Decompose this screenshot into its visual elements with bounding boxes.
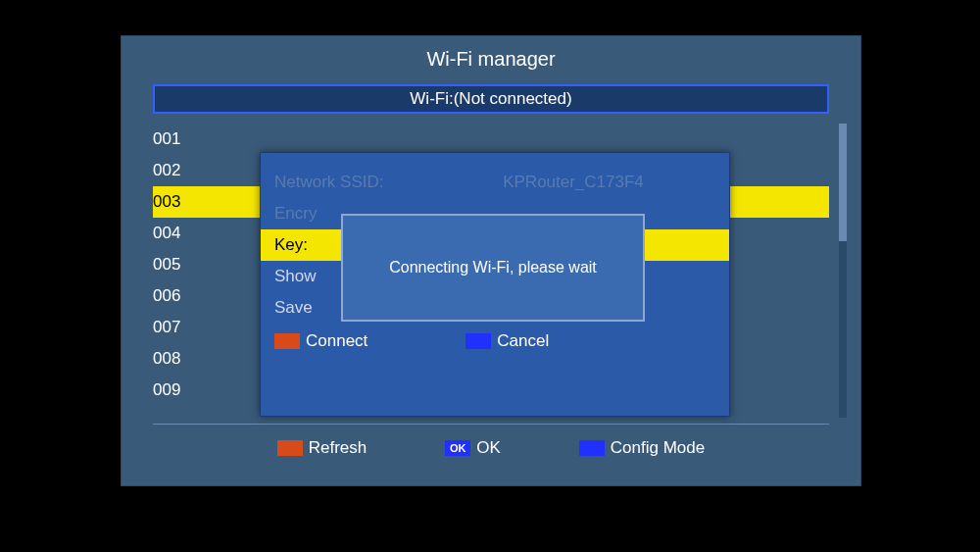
list-item[interactable]: 001 bbox=[153, 124, 829, 155]
modal-message: Connecting Wi-Fi, please wait bbox=[389, 259, 597, 276]
refresh-label: Refresh bbox=[309, 438, 368, 458]
dialog-buttons: Connect Cancel bbox=[261, 324, 729, 351]
blue-swatch-icon bbox=[466, 333, 491, 349]
ssid-label: Network SSID: bbox=[274, 173, 431, 192]
list-index: 001 bbox=[153, 129, 200, 149]
ok-label: OK bbox=[476, 438, 501, 458]
cancel-button[interactable]: Cancel bbox=[466, 331, 549, 351]
scrollbar[interactable] bbox=[839, 124, 847, 418]
list-index: 006 bbox=[153, 286, 200, 306]
list-index: 004 bbox=[153, 224, 200, 243]
red-swatch-icon bbox=[274, 333, 300, 349]
list-index: 009 bbox=[153, 380, 200, 400]
list-index: 003 bbox=[153, 192, 200, 212]
list-index: 008 bbox=[153, 349, 200, 369]
config-legend: Config Mode bbox=[579, 438, 705, 458]
ok-badge-icon: OK bbox=[445, 440, 470, 456]
refresh-legend: Refresh bbox=[277, 438, 368, 458]
list-index: 007 bbox=[153, 318, 200, 337]
list-index: 005 bbox=[153, 255, 200, 275]
red-swatch-icon bbox=[277, 440, 303, 456]
footer-legend: Refresh OK OK Config Mode bbox=[122, 425, 860, 458]
cancel-label: Cancel bbox=[497, 331, 549, 351]
page-title: Wi-Fi manager bbox=[122, 36, 860, 80]
connect-label: Connect bbox=[306, 331, 368, 351]
connecting-modal: Connecting Wi-Fi, please wait bbox=[341, 214, 645, 322]
blue-swatch-icon bbox=[579, 440, 605, 456]
wifi-status-bar: Wi-Fi:(Not connected) bbox=[153, 84, 829, 114]
config-label: Config Mode bbox=[611, 438, 705, 458]
scrollbar-thumb[interactable] bbox=[839, 124, 847, 241]
connect-button[interactable]: Connect bbox=[274, 331, 368, 351]
ok-legend: OK OK bbox=[445, 438, 501, 458]
list-index: 002 bbox=[153, 161, 200, 180]
ssid-value: KPRouter_C173F4 bbox=[431, 173, 715, 192]
ssid-row: Network SSID: KPRouter_C173F4 bbox=[261, 167, 729, 198]
